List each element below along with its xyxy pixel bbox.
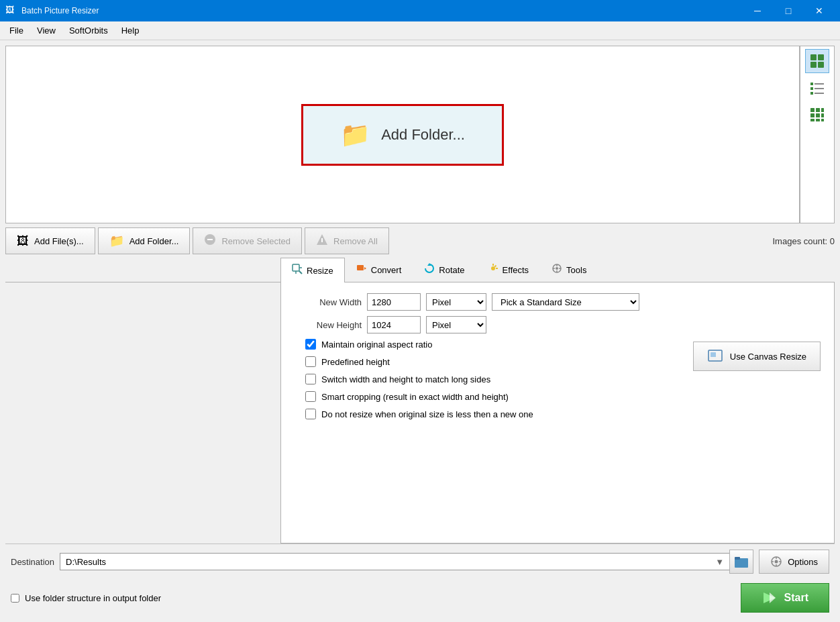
remove-all-label: Remove All: [333, 236, 378, 246]
destination-bar: Destination ▼ Options: [5, 543, 835, 579]
svg-rect-2: [810, 62, 817, 68]
switch-dimensions-checkbox[interactable]: [305, 374, 316, 384]
resize-panel: New Width Pixel Percent Inch cm Pick a S…: [280, 282, 835, 543]
do-not-resize-checkbox[interactable]: [305, 409, 316, 419]
svg-rect-43: [735, 557, 740, 560]
smart-cropping-label: Smart cropping (result in exact width an…: [321, 392, 509, 402]
use-canvas-label: Use Canvas Resize: [730, 352, 806, 362]
menu-file[interactable]: File: [3, 23, 30, 38]
images-count: Images count: 0: [773, 236, 835, 246]
menu-view[interactable]: View: [30, 23, 62, 38]
close-button[interactable]: ✕: [804, 0, 835, 21]
svg-rect-7: [815, 88, 824, 89]
add-folder-large-button[interactable]: 📁 Add Folder...: [301, 104, 504, 166]
svg-rect-11: [816, 108, 820, 112]
svg-rect-5: [815, 83, 824, 85]
effects-tab-icon: [488, 263, 498, 276]
use-canvas-resize-button[interactable]: Use Canvas Resize: [693, 342, 821, 371]
canvas-icon: [707, 348, 723, 366]
svg-rect-4: [810, 83, 813, 85]
predefined-height-label: Predefined height: [321, 357, 390, 367]
rotate-tab-icon: [424, 263, 435, 276]
do-not-resize-label: Do not resize when original size is less…: [321, 409, 533, 419]
title-bar: 🖼 Batch Picture Resizer ─ □ ✕: [0, 0, 840, 21]
svg-line-26: [299, 271, 302, 274]
use-folder-checkbox[interactable]: [11, 594, 19, 603]
tab-convert-label: Convert: [371, 265, 402, 275]
resize-tab-icon: [292, 264, 303, 277]
smart-cropping-checkbox[interactable]: [305, 391, 316, 402]
maintain-aspect-label: Maintain original aspect ratio: [321, 340, 432, 350]
tab-effects-label: Effects: [503, 265, 529, 275]
start-icon: [762, 590, 778, 606]
start-button[interactable]: Start: [741, 583, 829, 613]
start-label: Start: [784, 592, 808, 604]
add-folder-label: Add Folder...: [129, 236, 179, 246]
svg-point-45: [775, 560, 778, 564]
toolbar: 🖼 Add File(s)... 📁 Add Folder... Remove …: [5, 223, 835, 257]
predefined-height-checkbox[interactable]: [305, 356, 316, 367]
destination-browse-button[interactable]: [729, 550, 753, 574]
tabs-bar: Resize Convert Rotate Effe: [5, 257, 835, 282]
destination-input[interactable]: [60, 553, 730, 570]
svg-rect-14: [816, 113, 820, 117]
do-not-resize-row: Do not resize when original size is less…: [305, 409, 680, 419]
checkboxes-section: Maintain original aspect ratio Predefine…: [295, 339, 680, 426]
add-files-label: Add File(s)...: [34, 236, 84, 246]
add-folder-button[interactable]: 📁 Add Folder...: [98, 227, 191, 254]
width-unit-select[interactable]: Pixel Percent Inch cm: [426, 293, 486, 311]
maximize-button[interactable]: □: [773, 0, 804, 21]
remove-selected-icon: [204, 234, 216, 249]
view-thumbnails-button[interactable]: [805, 49, 829, 73]
file-list-area: 📁 Add Folder...: [5, 46, 800, 223]
svg-point-33: [491, 266, 495, 270]
svg-rect-13: [810, 113, 815, 117]
svg-marker-51: [770, 592, 776, 603]
app-icon: 🖼: [5, 5, 17, 17]
svg-rect-3: [818, 62, 824, 68]
remove-selected-button[interactable]: Remove Selected: [193, 227, 302, 254]
tab-rotate[interactable]: Rotate: [413, 257, 476, 282]
convert-tab-icon: [356, 263, 367, 276]
menu-help[interactable]: Help: [115, 23, 146, 38]
use-folder-label: Use folder structure in output folder: [25, 593, 161, 603]
standard-size-select[interactable]: Pick a Standard Size: [492, 293, 639, 311]
svg-marker-28: [364, 267, 366, 270]
options-icon: [770, 556, 782, 568]
svg-rect-27: [357, 265, 364, 270]
left-spacer: [5, 282, 280, 543]
main-content: 📁 Add Folder...: [0, 40, 840, 622]
tab-rotate-label: Rotate: [439, 265, 464, 275]
view-grid-button[interactable]: [805, 103, 829, 127]
remove-all-button[interactable]: Remove All: [305, 227, 389, 254]
height-unit-select[interactable]: Pixel Percent Inch cm: [426, 316, 486, 333]
tab-resize-label: Resize: [307, 266, 333, 276]
width-input[interactable]: [367, 293, 421, 311]
maintain-aspect-checkbox[interactable]: [305, 339, 316, 350]
switch-dimensions-label: Switch width and height to match long si…: [321, 374, 490, 384]
view-list-button[interactable]: [805, 76, 829, 100]
app-title: Batch Picture Resizer: [21, 6, 99, 15]
tab-resize[interactable]: Resize: [280, 258, 345, 282]
svg-rect-41: [711, 352, 716, 357]
menu-softorbits[interactable]: SoftOrbits: [62, 23, 115, 38]
menu-bar: File View SoftOrbits Help: [0, 21, 840, 40]
content-area: New Width Pixel Percent Inch cm Pick a S…: [5, 282, 835, 543]
svg-rect-16: [810, 119, 815, 121]
tab-tools[interactable]: Tools: [540, 257, 598, 282]
add-files-icon: 🖼: [17, 234, 29, 248]
svg-rect-12: [821, 108, 824, 112]
tab-convert[interactable]: Convert: [345, 257, 413, 282]
height-input[interactable]: [367, 316, 421, 333]
window-controls: ─ □ ✕: [742, 0, 835, 21]
tab-effects[interactable]: Effects: [476, 257, 541, 282]
svg-line-31: [494, 266, 496, 267]
minimize-button[interactable]: ─: [742, 0, 773, 21]
svg-rect-6: [810, 87, 813, 90]
svg-rect-8: [810, 92, 813, 95]
options-button[interactable]: Options: [759, 550, 829, 574]
remove-all-icon: [316, 234, 328, 249]
thumbnails-icon: [809, 53, 825, 69]
add-files-button[interactable]: 🖼 Add File(s)...: [5, 227, 95, 254]
svg-rect-42: [735, 558, 748, 568]
